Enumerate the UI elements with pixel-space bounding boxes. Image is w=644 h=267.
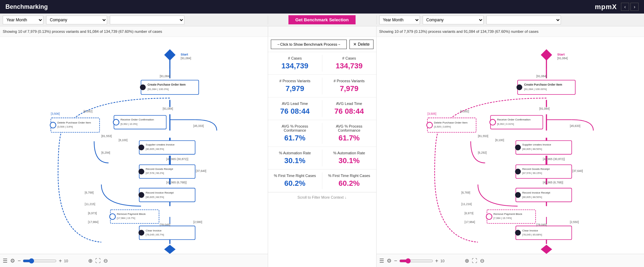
left-menu-icon[interactable]: ☰ — [3, 258, 7, 264]
svg-text:[6,973]: [6,973] — [88, 212, 97, 215]
svg-point-19 — [50, 122, 56, 128]
svg-text:[9,392]: [9,392] — [84, 110, 93, 113]
metrics-value-left-2: 76 08:44 — [271, 107, 319, 116]
svg-point-98 — [515, 169, 521, 174]
left-zoom-value: 10 — [64, 259, 71, 263]
svg-text:[17,984]: [17,984] — [464, 220, 475, 224]
left-zoom-container: − + 10 — [18, 258, 85, 264]
svg-text:[9,392]: [9,392] — [460, 110, 469, 113]
metrics-col-right-0: # Cases 134,739 — [324, 55, 375, 72]
svg-text:[6,973]: [6,973] — [464, 212, 473, 215]
left-year-month-select[interactable]: Year Month — [3, 16, 43, 24]
info-left-prefix: Showing — [3, 29, 17, 34]
left-zoom-slider[interactable] — [23, 258, 57, 264]
svg-point-85 — [426, 122, 432, 128]
right-company-select[interactable]: Company — [423, 16, 484, 24]
metrics-value-left-5: 60.2% — [271, 179, 319, 188]
filter-bars-wrapper: Year Month Company Get Benchmark Selecti… — [0, 14, 644, 26]
metrics-value-right-1: 7,979 — [325, 84, 374, 93]
metrics-col-right-1: # Process Variants 7,979 — [324, 77, 375, 94]
svg-text:Start: Start — [557, 52, 565, 56]
info-bar-left: Showing 10 of 7,979 (0.13%) process vari… — [0, 26, 268, 37]
left-expand-icon[interactable]: ⛶ — [95, 258, 101, 264]
metrics-label-right-3: AVG % Process Conformance — [325, 124, 374, 132]
delete-icon: ✕ — [353, 42, 357, 47]
metrics-label-right-4: % Automation Rate — [325, 151, 374, 155]
left-extra-select[interactable] — [110, 16, 184, 24]
metrics-divider-5 — [322, 172, 322, 189]
center-panel-actions: →Click to Show Benchmark Process→ ✕ Dele… — [268, 37, 376, 52]
metrics-row-4: % Automation Rate 30.1% % Automation Rat… — [268, 147, 376, 170]
right-zoom-out-icon[interactable]: ⊖ — [480, 258, 484, 264]
left-bottom-toolbar: ☰ ⚙ − + 10 ⊕ ⛶ ⊖ — [0, 254, 268, 267]
right-zoom-plus[interactable]: + — [435, 258, 438, 264]
svg-text:[9,392 | 0.31%]: [9,392 | 0.31%] — [497, 123, 514, 126]
left-zoom-out-icon[interactable]: ⊖ — [103, 258, 108, 264]
svg-text:[81,553]: [81,553] — [478, 134, 488, 138]
nav-back-button[interactable]: ‹ — [621, 3, 629, 11]
svg-point-32 — [139, 169, 144, 174]
right-settings-icon[interactable]: ⚙ — [387, 258, 391, 264]
svg-text:Start: Start — [181, 52, 188, 56]
svg-point-103 — [515, 192, 521, 198]
show-benchmark-button[interactable]: →Click to Show Benchmark Process→ — [271, 40, 347, 49]
right-year-month-select[interactable]: Year Month — [379, 16, 420, 24]
delete-label: Delete — [358, 42, 370, 47]
svg-text:[78,045 | 85.7%]: [78,045 | 85.7%] — [146, 233, 164, 236]
filter-bar-center: Get Benchmark Selection — [268, 15, 377, 24]
center-panel: →Click to Show Benchmark Process→ ✕ Dele… — [268, 37, 377, 267]
nav-forward-button[interactable]: › — [630, 3, 639, 11]
left-zoom-minus[interactable]: − — [18, 258, 21, 264]
svg-marker-114 — [541, 245, 552, 254]
svg-text:[8,100]: [8,100] — [119, 138, 127, 142]
metrics-value-right-5: 60.2% — [325, 179, 374, 188]
svg-text:[87,578 | 96.2%]: [87,578 | 96.2%] — [146, 172, 164, 175]
left-company-select[interactable]: Company — [46, 16, 107, 24]
svg-text:[81,553]: [81,553] — [101, 134, 112, 138]
metrics-col-left-3: AVG % Process Conformance 61.7% — [269, 123, 321, 144]
delete-button[interactable]: ✕ Delete — [349, 40, 374, 49]
right-menu-icon[interactable]: ☰ — [379, 258, 384, 264]
right-zoom-slider[interactable] — [399, 258, 433, 264]
svg-text:[80,605 | 88.5%]: [80,605 | 88.5%] — [146, 148, 164, 151]
metrics-col-right-4: % Automation Rate 30.1% — [324, 150, 375, 166]
svg-text:[8,100]: [8,100] — [495, 138, 504, 142]
svg-marker-48 — [164, 245, 175, 254]
right-extra-select[interactable] — [486, 16, 561, 24]
metrics-col-right-3: AVG % Process Conformance 61.7% — [324, 123, 375, 144]
left-zoom-in-icon[interactable]: ⊕ — [88, 258, 93, 264]
svg-text:Clear Invoice: Clear Invoice — [146, 229, 162, 232]
metrics-row-2: AVG Lead Time 76 08:44 AVG Lead Time 76 … — [268, 97, 376, 120]
svg-text:[6,294]: [6,294] — [101, 151, 110, 154]
header-nav: ‹ › — [621, 3, 639, 11]
svg-text:[2,550]: [2,550] — [570, 220, 579, 224]
svg-rect-44 — [139, 226, 195, 240]
metrics-value-right-2: 76 08:44 — [325, 107, 374, 116]
info-left-middle: process variants and — [52, 29, 86, 34]
svg-text:[91,084]: [91,084] — [539, 107, 549, 110]
metrics-value-right-3: 61.7% — [325, 134, 374, 142]
svg-text:[91,084]: [91,084] — [160, 74, 170, 78]
svg-text:[78,045]: [78,045] — [160, 223, 170, 226]
metrics-col-left-2: AVG Lead Time 76 08:44 — [269, 100, 321, 117]
benchmark-button[interactable]: Get Benchmark Selection — [288, 15, 356, 24]
svg-text:[37,640]: [37,640] — [572, 169, 583, 173]
left-settings-icon[interactable]: ⚙ — [10, 258, 15, 264]
svg-text:Record Goods Receipt: Record Goods Receipt — [522, 168, 549, 171]
svg-text:[80,605 | 88.50%]: [80,605 | 88.50%] — [522, 148, 542, 151]
metrics-divider-2 — [322, 100, 322, 117]
right-panel: Start [91,084] Create Purchase Order Ite… — [377, 37, 644, 267]
svg-point-89 — [490, 119, 496, 125]
metrics-divider-0 — [322, 55, 322, 72]
svg-point-81 — [516, 84, 522, 90]
metrics-col-right-2: AVG Lead Time 76 08:44 — [324, 100, 375, 117]
right-expand-icon[interactable]: ⛶ — [472, 258, 477, 264]
svg-text:[3,506]: [3,506] — [51, 112, 60, 115]
right-zoom-in-icon[interactable]: ⊕ — [465, 258, 469, 264]
svg-text:[87,578 | 96.15%]: [87,578 | 96.15%] — [522, 172, 542, 175]
svg-text:[42,965 (30,872)]: [42,965 (30,872)] — [166, 157, 188, 161]
right-zoom-minus[interactable]: − — [394, 258, 397, 264]
svg-text:[17,984 | 19.7%]: [17,984 | 19.7%] — [117, 217, 135, 220]
svg-text:[78,045 | 85.68%]: [78,045 | 85.68%] — [522, 233, 542, 236]
left-zoom-plus[interactable]: + — [59, 258, 62, 264]
